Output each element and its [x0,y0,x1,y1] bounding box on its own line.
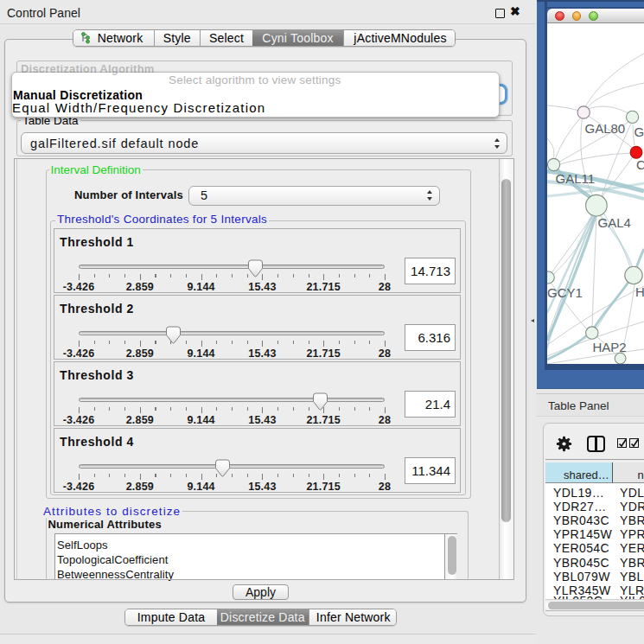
svg-text:C: C [636,157,644,172]
svg-text:HAP2: HAP2 [593,340,627,354]
svg-text:GCY1: GCY1 [547,285,583,300]
svg-text:GA: GA [634,124,644,139]
svg-text:GAL4: GAL4 [598,215,631,230]
svg-text:GAL11: GAL11 [556,171,596,186]
svg-text:H: H [635,284,644,299]
svg-text:GAL80: GAL80 [585,121,626,136]
